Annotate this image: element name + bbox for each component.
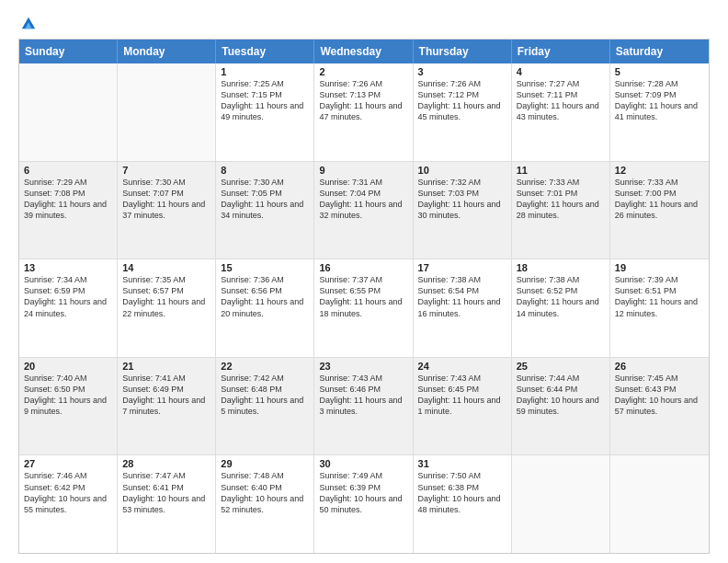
calendar-cell: 22Sunrise: 7:42 AM Sunset: 6:48 PM Dayli… <box>216 358 314 455</box>
day-number: 6 <box>24 165 112 176</box>
cell-info: Sunrise: 7:26 AM Sunset: 7:13 PM Dayligh… <box>319 78 407 123</box>
calendar-cell: 26Sunrise: 7:45 AM Sunset: 6:43 PM Dayli… <box>610 358 709 455</box>
calendar-cell: 24Sunrise: 7:43 AM Sunset: 6:45 PM Dayli… <box>414 358 512 455</box>
calendar-body: 1Sunrise: 7:25 AM Sunset: 7:15 PM Daylig… <box>19 63 709 553</box>
cell-info: Sunrise: 7:50 AM Sunset: 6:38 PM Dayligh… <box>418 470 506 515</box>
cell-info: Sunrise: 7:44 AM Sunset: 6:44 PM Dayligh… <box>517 373 605 418</box>
day-number: 27 <box>24 458 112 469</box>
cell-info: Sunrise: 7:43 AM Sunset: 6:46 PM Dayligh… <box>319 373 407 418</box>
calendar-cell: 27Sunrise: 7:46 AM Sunset: 6:42 PM Dayli… <box>19 455 118 553</box>
header <box>18 15 710 31</box>
calendar-cell: 4Sunrise: 7:27 AM Sunset: 7:11 PM Daylig… <box>512 63 610 161</box>
day-number: 1 <box>221 66 309 77</box>
day-number: 28 <box>122 458 210 469</box>
calendar-day-header: Wednesday <box>314 40 413 63</box>
calendar-day-header: Sunday <box>19 40 118 63</box>
calendar-day-header: Monday <box>118 40 216 63</box>
day-number: 17 <box>418 262 506 273</box>
cell-info: Sunrise: 7:35 AM Sunset: 6:57 PM Dayligh… <box>122 274 210 319</box>
calendar-cell: 18Sunrise: 7:38 AM Sunset: 6:52 PM Dayli… <box>512 259 610 357</box>
cell-info: Sunrise: 7:30 AM Sunset: 7:07 PM Dayligh… <box>122 177 210 222</box>
day-number: 16 <box>319 262 407 273</box>
logo-text <box>18 15 37 31</box>
day-number: 8 <box>221 165 309 176</box>
day-number: 10 <box>418 165 506 176</box>
cell-info: Sunrise: 7:37 AM Sunset: 6:55 PM Dayligh… <box>319 274 407 319</box>
calendar-row: 27Sunrise: 7:46 AM Sunset: 6:42 PM Dayli… <box>19 454 709 553</box>
logo <box>18 15 37 31</box>
day-number: 24 <box>418 361 506 372</box>
logo-icon <box>20 15 37 31</box>
calendar-cell: 28Sunrise: 7:47 AM Sunset: 6:41 PM Dayli… <box>118 455 216 553</box>
calendar-row: 20Sunrise: 7:40 AM Sunset: 6:50 PM Dayli… <box>19 357 709 455</box>
cell-info: Sunrise: 7:29 AM Sunset: 7:08 PM Dayligh… <box>24 177 112 222</box>
cell-info: Sunrise: 7:43 AM Sunset: 6:45 PM Dayligh… <box>418 373 506 418</box>
calendar: SundayMondayTuesdayWednesdayThursdayFrid… <box>18 39 710 554</box>
cell-info: Sunrise: 7:32 AM Sunset: 7:03 PM Dayligh… <box>418 177 506 222</box>
cell-info: Sunrise: 7:33 AM Sunset: 7:01 PM Dayligh… <box>517 177 605 222</box>
calendar-row: 13Sunrise: 7:34 AM Sunset: 6:59 PM Dayli… <box>19 259 709 357</box>
cell-info: Sunrise: 7:49 AM Sunset: 6:39 PM Dayligh… <box>319 470 407 515</box>
cell-info: Sunrise: 7:25 AM Sunset: 7:15 PM Dayligh… <box>221 78 309 123</box>
cell-info: Sunrise: 7:48 AM Sunset: 6:40 PM Dayligh… <box>221 470 309 515</box>
calendar-cell: 2Sunrise: 7:26 AM Sunset: 7:13 PM Daylig… <box>314 63 413 161</box>
calendar-cell <box>512 455 610 553</box>
calendar-cell: 7Sunrise: 7:30 AM Sunset: 7:07 PM Daylig… <box>118 162 216 259</box>
calendar-cell: 9Sunrise: 7:31 AM Sunset: 7:04 PM Daylig… <box>314 162 413 259</box>
calendar-row: 1Sunrise: 7:25 AM Sunset: 7:15 PM Daylig… <box>19 63 709 161</box>
calendar-cell: 8Sunrise: 7:30 AM Sunset: 7:05 PM Daylig… <box>216 162 314 259</box>
page: SundayMondayTuesdayWednesdayThursdayFrid… <box>0 0 728 563</box>
cell-info: Sunrise: 7:36 AM Sunset: 6:56 PM Dayligh… <box>221 274 309 319</box>
calendar-cell <box>118 63 216 161</box>
calendar-cell: 17Sunrise: 7:38 AM Sunset: 6:54 PM Dayli… <box>414 259 512 357</box>
day-number: 5 <box>615 66 704 77</box>
day-number: 2 <box>319 66 407 77</box>
day-number: 3 <box>418 66 506 77</box>
cell-info: Sunrise: 7:46 AM Sunset: 6:42 PM Dayligh… <box>24 470 112 515</box>
cell-info: Sunrise: 7:38 AM Sunset: 6:54 PM Dayligh… <box>418 274 506 319</box>
calendar-row: 6Sunrise: 7:29 AM Sunset: 7:08 PM Daylig… <box>19 161 709 259</box>
day-number: 11 <box>517 165 605 176</box>
calendar-cell: 20Sunrise: 7:40 AM Sunset: 6:50 PM Dayli… <box>19 358 118 455</box>
day-number: 14 <box>122 262 210 273</box>
calendar-cell: 29Sunrise: 7:48 AM Sunset: 6:40 PM Dayli… <box>216 455 314 553</box>
day-number: 12 <box>615 165 704 176</box>
calendar-cell <box>19 63 118 161</box>
calendar-cell: 30Sunrise: 7:49 AM Sunset: 6:39 PM Dayli… <box>314 455 413 553</box>
cell-info: Sunrise: 7:45 AM Sunset: 6:43 PM Dayligh… <box>615 373 704 418</box>
calendar-cell: 16Sunrise: 7:37 AM Sunset: 6:55 PM Dayli… <box>314 259 413 357</box>
day-number: 20 <box>24 361 112 372</box>
cell-info: Sunrise: 7:30 AM Sunset: 7:05 PM Dayligh… <box>221 177 309 222</box>
cell-info: Sunrise: 7:42 AM Sunset: 6:48 PM Dayligh… <box>221 373 309 418</box>
day-number: 30 <box>319 458 407 469</box>
cell-info: Sunrise: 7:40 AM Sunset: 6:50 PM Dayligh… <box>24 373 112 418</box>
cell-info: Sunrise: 7:27 AM Sunset: 7:11 PM Dayligh… <box>517 78 605 123</box>
calendar-cell: 21Sunrise: 7:41 AM Sunset: 6:49 PM Dayli… <box>118 358 216 455</box>
calendar-cell: 11Sunrise: 7:33 AM Sunset: 7:01 PM Dayli… <box>512 162 610 259</box>
calendar-cell: 6Sunrise: 7:29 AM Sunset: 7:08 PM Daylig… <box>19 162 118 259</box>
day-number: 26 <box>615 361 704 372</box>
calendar-cell <box>610 455 709 553</box>
day-number: 15 <box>221 262 309 273</box>
cell-info: Sunrise: 7:39 AM Sunset: 6:51 PM Dayligh… <box>615 274 704 319</box>
calendar-cell: 1Sunrise: 7:25 AM Sunset: 7:15 PM Daylig… <box>216 63 314 161</box>
calendar-cell: 5Sunrise: 7:28 AM Sunset: 7:09 PM Daylig… <box>610 63 709 161</box>
calendar-cell: 13Sunrise: 7:34 AM Sunset: 6:59 PM Dayli… <box>19 259 118 357</box>
calendar-day-header: Saturday <box>610 40 709 63</box>
cell-info: Sunrise: 7:28 AM Sunset: 7:09 PM Dayligh… <box>615 78 704 123</box>
calendar-cell: 3Sunrise: 7:26 AM Sunset: 7:12 PM Daylig… <box>414 63 512 161</box>
day-number: 13 <box>24 262 112 273</box>
cell-info: Sunrise: 7:41 AM Sunset: 6:49 PM Dayligh… <box>122 373 210 418</box>
day-number: 18 <box>517 262 605 273</box>
day-number: 21 <box>122 361 210 372</box>
cell-info: Sunrise: 7:26 AM Sunset: 7:12 PM Dayligh… <box>418 78 506 123</box>
calendar-day-header: Friday <box>512 40 610 63</box>
day-number: 31 <box>418 458 506 469</box>
calendar-cell: 12Sunrise: 7:33 AM Sunset: 7:00 PM Dayli… <box>610 162 709 259</box>
calendar-cell: 25Sunrise: 7:44 AM Sunset: 6:44 PM Dayli… <box>512 358 610 455</box>
cell-info: Sunrise: 7:34 AM Sunset: 6:59 PM Dayligh… <box>24 274 112 319</box>
day-number: 23 <box>319 361 407 372</box>
day-number: 4 <box>517 66 605 77</box>
day-number: 7 <box>122 165 210 176</box>
calendar-header: SundayMondayTuesdayWednesdayThursdayFrid… <box>19 40 709 63</box>
